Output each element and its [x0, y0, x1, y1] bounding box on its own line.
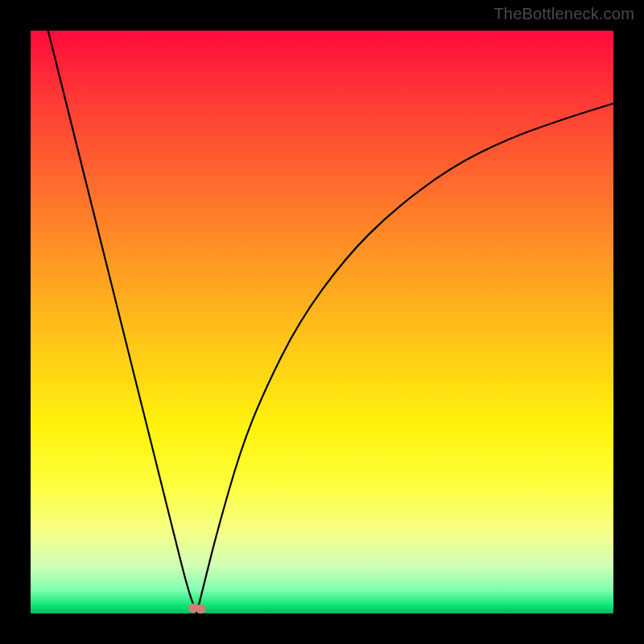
optimum-marker-b: [196, 604, 205, 613]
chart-frame: TheBottleneck.com: [0, 0, 644, 644]
source-label: TheBottleneck.com: [493, 5, 634, 23]
curve-layer: [31, 31, 613, 613]
bottleneck-curve: [48, 31, 613, 613]
plot-area: [31, 31, 613, 613]
